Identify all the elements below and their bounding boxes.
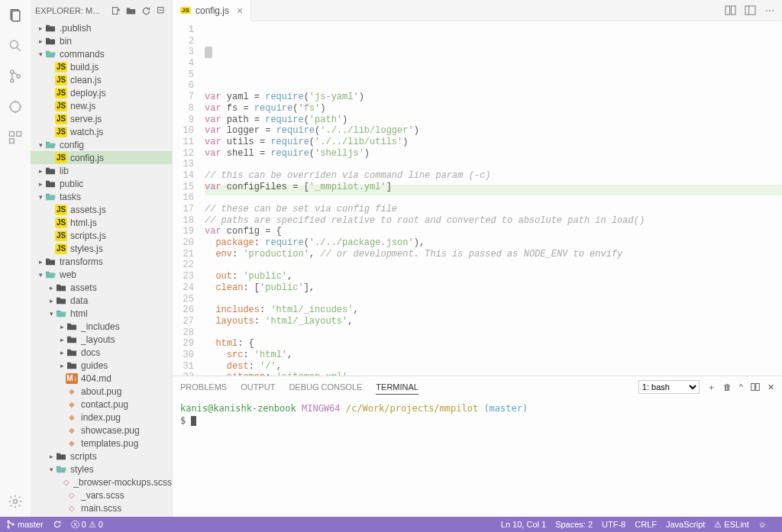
split-terminal-icon[interactable] <box>751 382 760 392</box>
folder-open-icon <box>44 140 57 150</box>
tree-item[interactable]: ▸bin <box>31 34 172 47</box>
tree-item[interactable]: ◇main.scss <box>31 501 172 514</box>
tree-item-label: index.pug <box>81 412 121 423</box>
tree-item[interactable]: ▸.publish <box>31 21 172 34</box>
status-cursor-position[interactable]: Ln 10, Col 1 <box>501 520 546 529</box>
status-problems[interactable]: ⓧ 0 ⚠ 0 <box>71 519 103 530</box>
kill-terminal-icon[interactable]: 🗑 <box>723 382 732 392</box>
tab-config-js[interactable]: JS config.js × <box>173 0 251 21</box>
tree-item[interactable]: JSserve.js <box>31 112 172 125</box>
tree-item[interactable]: ▸_layouts <box>31 333 172 346</box>
tree-item[interactable]: JSbuild.js <box>31 60 172 73</box>
tree-item[interactable]: ◆templates.pug <box>31 437 172 450</box>
extensions-icon[interactable] <box>6 128 24 147</box>
status-sync-icon[interactable] <box>53 520 62 529</box>
file-tree[interactable]: ▸.publish▸bin▾commandsJSbuild.jsJSclean.… <box>31 21 172 517</box>
new-terminal-icon[interactable]: ＋ <box>707 382 716 393</box>
tree-item-label: tasks <box>60 192 81 202</box>
panel-tab-output[interactable]: OUTPUT <box>241 382 275 392</box>
tree-item-label: showcase.pug <box>81 425 140 436</box>
tree-item[interactable]: ◆showcase.pug <box>31 424 172 437</box>
status-eslint[interactable]: ⚠ ESLint <box>714 520 748 530</box>
folder-open-icon <box>44 192 57 202</box>
tree-item[interactable]: JSclean.js <box>31 73 172 86</box>
tree-item-label: templates.pug <box>81 438 138 449</box>
js-file-icon: JS <box>55 153 67 163</box>
explorer-sidebar: EXPLORER: M... ▸.publish▸bin▾commandsJSb… <box>31 0 173 517</box>
chevron-icon: ▾ <box>37 50 44 58</box>
tree-item[interactable]: JShtml.js <box>31 216 172 229</box>
search-icon[interactable] <box>6 37 24 55</box>
editor-scrollbar[interactable] <box>205 47 212 58</box>
tree-item-label: styles.js <box>70 243 103 254</box>
tree-item[interactable]: ▾html <box>31 307 172 320</box>
tree-item[interactable]: ◇_vars.scss <box>31 488 172 501</box>
tree-item[interactable]: ▾commands <box>31 47 172 60</box>
tree-item[interactable]: ▾tasks <box>31 190 172 203</box>
more-actions-icon[interactable]: ⋯ <box>762 3 777 18</box>
js-file-icon: JS <box>55 75 67 85</box>
tree-item[interactable]: ◆contact.pug <box>31 398 172 411</box>
tree-item[interactable]: JSstyles.js <box>31 242 172 255</box>
tree-item[interactable]: ▸_includes <box>31 320 172 333</box>
tree-item[interactable]: ▾web <box>31 268 172 281</box>
tree-item-label: guides <box>81 360 108 371</box>
tree-item[interactable]: JSnew.js <box>31 99 172 112</box>
tree-item[interactable]: ▾config <box>31 138 172 151</box>
tree-item[interactable]: ▸docs <box>31 346 172 359</box>
tree-item[interactable]: ◇_browser-mockups.scss <box>31 476 172 488</box>
tree-item[interactable]: ▸public <box>31 177 172 190</box>
toggle-layout-icon[interactable] <box>742 3 758 18</box>
tree-item[interactable]: ◆index.pug <box>31 411 172 424</box>
new-folder-icon[interactable] <box>124 5 137 17</box>
tree-item[interactable]: ▸guides <box>31 359 172 372</box>
terminal-prompt: $ <box>180 415 186 426</box>
js-file-icon: JS <box>55 62 67 73</box>
terminal-output[interactable]: kanis@kanishk-zenbook MINGW64 /c/Work/pr… <box>173 398 782 517</box>
scss-file-icon: ◇ <box>66 503 78 514</box>
code-editor[interactable]: 1234567891011121314151617181920212223242… <box>173 21 782 376</box>
status-indentation[interactable]: Spaces: 2 <box>555 520 593 529</box>
tree-item[interactable]: JSassets.js <box>31 203 172 216</box>
terminal-select[interactable]: 1: bash <box>638 380 700 394</box>
settings-gear-icon[interactable] <box>6 492 24 511</box>
panel-tab-debug-console[interactable]: DEBUG CONSOLE <box>289 382 362 392</box>
tree-item-label: _browser-mockups.scss <box>73 477 172 488</box>
debug-icon[interactable] <box>6 98 24 116</box>
refresh-icon[interactable] <box>140 5 152 17</box>
status-branch[interactable]: master <box>6 520 44 529</box>
source-control-icon[interactable] <box>6 67 24 85</box>
chevron-icon: ▾ <box>37 193 44 201</box>
status-language[interactable]: JavaScript <box>666 520 705 529</box>
code-content[interactable]: var yaml = require('js-yaml')var fs = re… <box>205 21 782 376</box>
tree-item[interactable]: ▸scripts <box>31 450 172 463</box>
panel-tab-problems[interactable]: PROBLEMS <box>180 382 227 392</box>
status-feedback-icon[interactable]: ☺ <box>758 520 767 529</box>
tree-item[interactable]: ▸assets <box>31 281 172 294</box>
tree-item[interactable]: JSconfig.js <box>31 151 172 164</box>
close-tab-icon[interactable]: × <box>237 5 243 17</box>
collapse-all-icon[interactable] <box>155 5 167 17</box>
split-editor-icon[interactable] <box>722 3 738 18</box>
folder-icon <box>66 347 78 358</box>
panel-tab-terminal[interactable]: TERMINAL <box>376 382 418 395</box>
status-eol[interactable]: CRLF <box>635 520 657 529</box>
tree-item[interactable]: JSscripts.js <box>31 229 172 242</box>
svg-point-2 <box>10 40 18 48</box>
close-panel-icon[interactable]: ✕ <box>767 382 774 392</box>
tree-item[interactable]: ▾styles <box>31 463 172 476</box>
new-file-icon[interactable] <box>109 5 121 17</box>
tree-item[interactable]: JSwatch.js <box>31 125 172 138</box>
chevron-icon: ▸ <box>37 24 44 32</box>
explorer-icon[interactable] <box>6 6 24 24</box>
chevron-icon: ▸ <box>58 349 66 356</box>
tree-item[interactable]: JSdeploy.js <box>31 86 172 99</box>
terminal-cursor <box>191 416 196 426</box>
status-encoding[interactable]: UTF-8 <box>602 520 625 529</box>
tree-item[interactable]: M↓404.md <box>31 372 172 385</box>
tree-item[interactable]: ▸lib <box>31 164 172 177</box>
maximize-panel-icon[interactable]: ^ <box>739 382 743 392</box>
tree-item[interactable]: ◆about.pug <box>31 385 172 398</box>
tree-item[interactable]: ▸data <box>31 294 172 307</box>
tree-item[interactable]: ▸transforms <box>31 255 172 268</box>
